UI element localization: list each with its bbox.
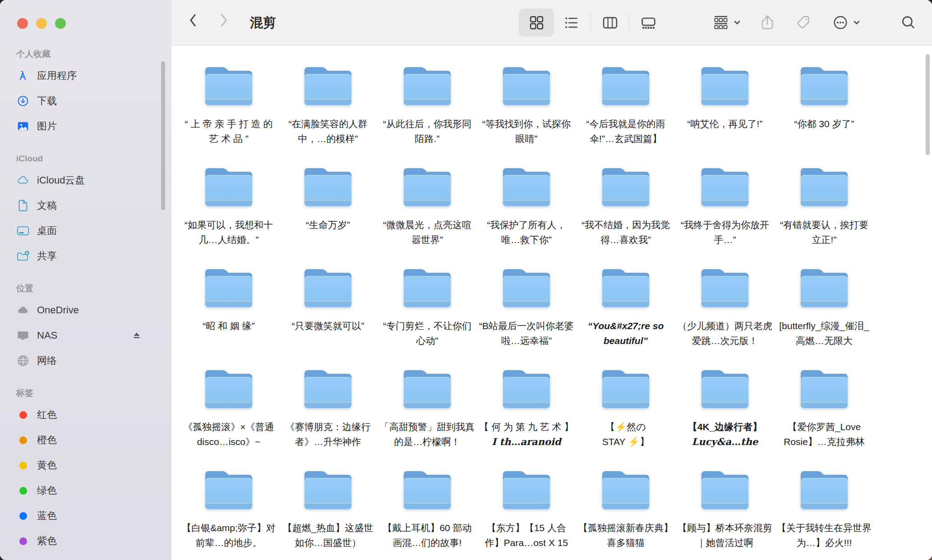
folder-icon <box>503 370 550 408</box>
folder-item[interactable]: 【爱你罗茜_Love Rosie】…克拉弗林 <box>775 364 874 465</box>
sidebar-item-applications[interactable]: 应用程序 <box>0 63 171 88</box>
folder-item[interactable]: （少儿频道）两只老虎爱跳…次元版！ <box>675 263 775 364</box>
folder-item[interactable]: 【关于我转生在异世界为…】必火!!! <box>775 465 874 560</box>
tags-button[interactable] <box>796 14 812 31</box>
sidebar-item-tag-purple[interactable]: 紫色 <box>0 528 171 554</box>
sidebar-item-tag-orange[interactable]: 橙色 <box>0 427 171 453</box>
window-controls <box>17 18 66 29</box>
folder-item[interactable]: “等我找到你，试探你眼睛” <box>477 61 576 162</box>
main-scrollbar[interactable] <box>926 54 930 155</box>
sidebar-item-shared[interactable]: 共享 <box>0 243 171 269</box>
folder-item[interactable]: 【4K_边缘行者】Lucy&a…the moon <box>675 364 775 465</box>
folder-icon <box>205 67 252 105</box>
sidebar-item-desktop[interactable]: 桌面 <box>0 218 171 243</box>
back-button[interactable] <box>188 12 198 28</box>
folder-label: “我终于舍得为你放开手…” <box>677 217 773 247</box>
folder-item[interactable]: 【顾与】桥本环奈混剪｜她曾活过啊 <box>675 465 775 560</box>
folder-item[interactable]: “呐艾伦，再见了!” <box>675 61 775 162</box>
folder-item[interactable]: 《孤独摇滚》×《普通disco…isco》~ <box>179 364 278 465</box>
display-icon <box>16 329 30 342</box>
tag-dot-icon <box>16 459 30 472</box>
folder-item[interactable]: “微微晨光，点亮这喧嚣世界” <box>378 162 477 263</box>
nav-buttons <box>188 12 229 28</box>
folder-item[interactable]: 《赛博朋克：边缘行者》…升华神作 <box>278 364 378 465</box>
folder-item[interactable]: 「高甜预警」甜到我真的是…柠檬啊！ <box>378 364 477 465</box>
sidebar-item-pictures[interactable]: 图片 <box>0 114 171 139</box>
cloud-icon <box>16 174 30 187</box>
folder-item[interactable]: 【⚡然のSTAY ⚡】 <box>576 364 675 465</box>
sidebar-item-network[interactable]: 网络 <box>0 348 171 373</box>
chevron-down-icon <box>853 18 861 27</box>
minimize-button[interactable] <box>36 18 47 29</box>
folder-icon <box>404 471 451 509</box>
folder-item[interactable]: “只要微笑就可以” <box>278 263 378 364</box>
folder-item[interactable]: [butterfly_综漫_催泪_高燃…无限大 <box>775 263 874 364</box>
sidebar-item-label: 下载 <box>37 94 57 108</box>
window-title: 混剪 <box>250 14 276 32</box>
folder-icon <box>305 269 351 307</box>
forward-button[interactable] <box>219 12 229 28</box>
folder-item[interactable]: 【东方】【15 人合作】Para…ost X 15 <box>477 465 576 560</box>
folder-label: “从此往后，你我形同陌路.” <box>379 116 475 146</box>
folder-item[interactable]: “ 上 帝 亲 手 打 造 的 艺 术 品 ” <box>179 61 278 162</box>
folder-item[interactable]: “昭 和 姻 缘” <box>179 263 278 364</box>
appstore-icon <box>16 69 30 83</box>
sidebar-item-nas[interactable]: NAS <box>0 323 171 348</box>
zoom-button[interactable] <box>55 18 66 29</box>
folder-item[interactable]: “今后我就是你的雨伞!”…玄武国篇】 <box>576 61 675 162</box>
folder-icon <box>602 370 649 408</box>
folder-label: 【爱你罗茜_Love Rosie】…克拉弗林 <box>776 419 872 449</box>
folder-item[interactable]: “生命万岁” <box>278 162 378 263</box>
sidebar-item-icloud-drive[interactable]: iCloud云盘 <box>0 168 171 193</box>
folder-icon <box>701 370 748 408</box>
gallery-view-button[interactable] <box>631 9 666 37</box>
folder-item[interactable]: “我终于舍得为你放开手…” <box>675 162 775 263</box>
folder-item[interactable]: 【 何 为 第 九 艺 术 】I th…aranoid <box>477 364 576 465</box>
folder-item[interactable]: “专门剪烂，不让你们心动” <box>378 263 477 364</box>
folder-label: 「高甜预警」甜到我真的是…柠檬啊！ <box>379 419 475 449</box>
folder-label: 《赛博朋克：边缘行者》…升华神作 <box>280 419 376 449</box>
folder-label: 【 何 为 第 九 艺 术 】I th…aranoid <box>479 419 574 449</box>
folder-item[interactable]: “我保护了所有人，唯…救下你” <box>477 162 576 263</box>
folder-icon <box>305 471 351 509</box>
more-button[interactable] <box>832 14 861 31</box>
share-button[interactable] <box>759 14 775 31</box>
folder-icon <box>602 269 649 307</box>
folder-item[interactable]: “在满脸笑容的人群中，…的模样” <box>278 61 378 162</box>
folder-item[interactable]: “你都 30 岁了” <box>775 61 874 162</box>
folder-item[interactable]: 【孤独摇滚新春庆典】喜多猫猫 <box>576 465 675 560</box>
sidebar-item-tag-red[interactable]: 红色 <box>0 402 171 427</box>
folder-item[interactable]: “如果可以，我想和十几…人结婚。” <box>179 162 278 263</box>
sidebar-scrollbar[interactable] <box>161 61 165 210</box>
folder-item[interactable]: 【超燃_热血】这盛世如你…国盛世） <box>278 465 378 560</box>
close-button[interactable] <box>17 18 28 29</box>
search-button[interactable] <box>900 14 917 31</box>
folder-item[interactable]: 【白银&amp;弥子】对前辈…的地步。 <box>179 465 278 560</box>
folder-icon <box>503 269 550 307</box>
toolbar-divider <box>591 14 591 31</box>
folder-icon <box>602 168 649 206</box>
list-view-button[interactable] <box>554 9 589 37</box>
folder-item[interactable]: “You&#x27;re so beautiful” <box>576 263 675 364</box>
sidebar-sections: 个人收藏应用程序下载图片iCloudiCloud云盘文稿桌面共享位置OneDri… <box>0 45 171 560</box>
folder-icon <box>205 168 252 206</box>
folder-item[interactable]: “我不结婚，因为我觉得…喜欢我” <box>576 162 675 263</box>
folder-icon <box>503 168 550 206</box>
folder-item[interactable]: “从此往后，你我形同陌路.” <box>378 61 477 162</box>
sidebar-item-onedrive[interactable]: OneDrive <box>0 298 171 323</box>
folder-icon <box>801 370 848 408</box>
folder-item[interactable]: “有错就要认，挨打要立正!” <box>775 162 874 263</box>
sidebar-item-documents[interactable]: 文稿 <box>0 193 171 218</box>
sidebar-item-downloads[interactable]: 下载 <box>0 88 171 114</box>
toolbar-actions <box>713 9 917 37</box>
folder-item[interactable]: 【戴上耳机】60 部动画混…们的故事! <box>378 465 477 560</box>
column-view-button[interactable] <box>592 9 627 37</box>
sidebar-item-tag-blue[interactable]: 蓝色 <box>0 503 171 528</box>
sidebar-item-tag-green[interactable]: 绿色 <box>0 478 171 503</box>
eject-icon[interactable] <box>132 330 142 340</box>
group-button[interactable] <box>713 14 741 31</box>
folder-icon <box>404 168 451 206</box>
icon-view-button[interactable] <box>519 9 554 37</box>
sidebar-item-tag-yellow[interactable]: 黄色 <box>0 453 171 478</box>
folder-item[interactable]: “B站最后一次叫你老婆啦…远幸福” <box>477 263 576 364</box>
